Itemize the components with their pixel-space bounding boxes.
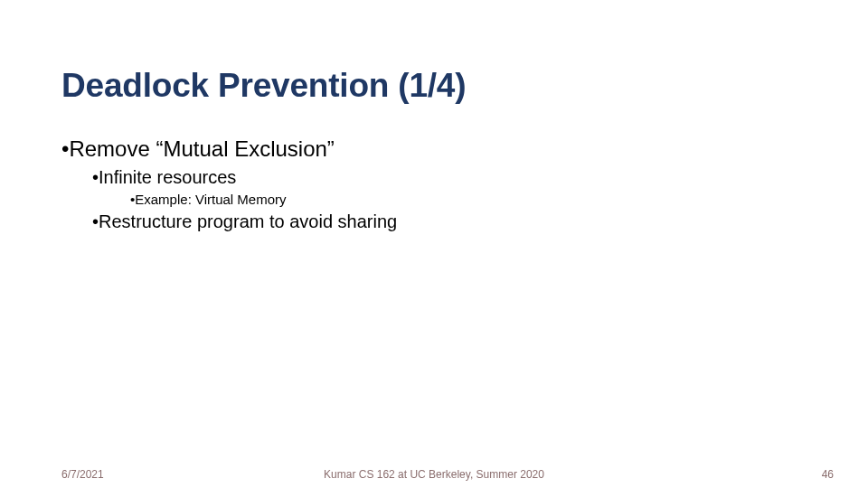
slide-title: Deadlock Prevention (1/4) xyxy=(61,67,466,105)
bullet-dot-icon xyxy=(92,211,99,233)
footer-page-number: 46 xyxy=(822,468,834,481)
bullet-level-2: Infinite resources xyxy=(92,166,807,189)
slide-body: Remove “Mutual Exclusion” Infinite resou… xyxy=(61,134,807,235)
bullet-text: Remove “Mutual Exclusion” xyxy=(69,136,334,161)
footer-center: Kumar CS 162 at UC Berkeley, Summer 2020 xyxy=(0,468,868,481)
bullet-level-2: Restructure program to avoid sharing xyxy=(92,211,807,233)
bullet-text: Example: Virtual Memory xyxy=(135,192,286,207)
bullet-dot-icon xyxy=(92,166,99,189)
bullet-text: Restructure program to avoid sharing xyxy=(99,211,397,231)
bullet-level-3: Example: Virtual Memory xyxy=(130,191,807,209)
bullet-level-1: Remove “Mutual Exclusion” xyxy=(61,136,807,163)
slide: Deadlock Prevention (1/4) Remove “Mutual… xyxy=(0,0,868,488)
bullet-text: Infinite resources xyxy=(99,167,236,187)
